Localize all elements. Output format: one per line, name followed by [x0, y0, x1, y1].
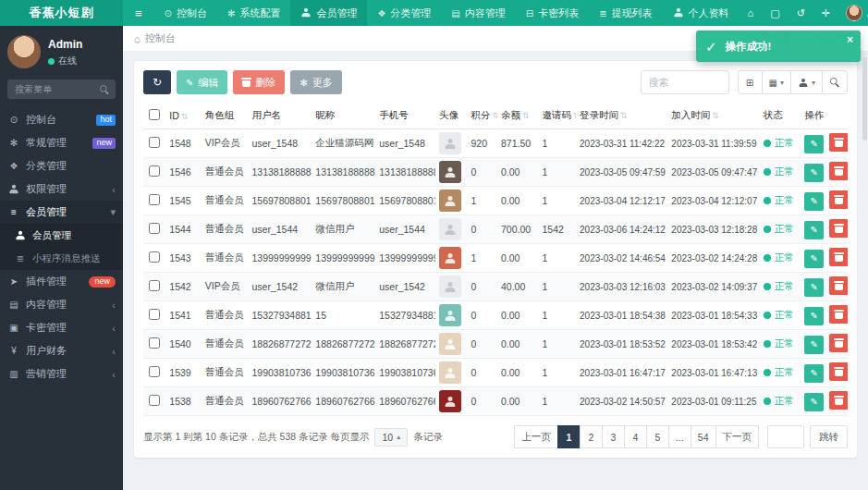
- topnav-item[interactable]: ⊟ 卡密列表: [516, 0, 589, 26]
- topnav-item[interactable]: ▤ 内容管理: [441, 0, 515, 26]
- jump-page-input[interactable]: [767, 425, 804, 448]
- sidebar-item[interactable]: ❖ 分类管理: [0, 154, 123, 178]
- row-delete-button[interactable]: [829, 133, 848, 152]
- column-header[interactable]: 邀请码⇅: [539, 103, 577, 129]
- sidebar-subitem[interactable]: 会员管理: [0, 224, 123, 247]
- topnav-item[interactable]: ≣ 提现列表: [589, 0, 662, 26]
- row-edit-button[interactable]: ✎: [804, 307, 824, 325]
- column-header[interactable]: 登录时间⇅: [576, 103, 667, 129]
- person-icon: [445, 225, 456, 235]
- table-toolbar: ↻ ✎编辑 删除 ✻更多 ⊞ ▦▾ ▾: [143, 70, 848, 94]
- row-delete-button[interactable]: [829, 219, 848, 238]
- cell-role: 普通会员: [202, 158, 249, 187]
- hamburger-icon[interactable]: ≡: [123, 0, 154, 26]
- row-checkbox[interactable]: [149, 251, 160, 263]
- sidebar-avatar[interactable]: [7, 35, 41, 68]
- column-header[interactable]: 加入时间⇅: [667, 103, 759, 129]
- row-checkbox[interactable]: [149, 395, 160, 406]
- row-delete-button[interactable]: [829, 276, 848, 295]
- column-header[interactable]: 余额⇅: [497, 103, 539, 129]
- refresh-icon[interactable]: ↺: [789, 7, 813, 19]
- page-button[interactable]: 4: [624, 425, 647, 448]
- column-header[interactable]: 积分⇅: [468, 103, 497, 129]
- row-checkbox[interactable]: [149, 223, 160, 234]
- scrollbar-thumb[interactable]: [862, 57, 867, 141]
- row-delete-button[interactable]: [829, 305, 848, 324]
- row-checkbox[interactable]: [149, 280, 160, 291]
- row-delete-button[interactable]: [829, 362, 848, 381]
- table-search-input[interactable]: [641, 70, 729, 94]
- sidebar-item[interactable]: ➤ 插件管理 new: [0, 270, 123, 293]
- admin-avatar[interactable]: [846, 5, 862, 21]
- search-button[interactable]: [822, 70, 848, 94]
- page-button[interactable]: 2: [580, 425, 603, 448]
- trash-icon: [835, 338, 843, 348]
- row-edit-button[interactable]: ✎: [804, 278, 824, 297]
- row-edit-button[interactable]: ✎: [804, 250, 824, 268]
- sidebar-item[interactable]: ¥ 用户财务 ‹: [0, 339, 123, 362]
- row-checkbox[interactable]: [149, 309, 160, 320]
- page-button[interactable]: 3: [602, 425, 625, 448]
- row-edit-button[interactable]: ✎: [804, 135, 824, 153]
- page-button[interactable]: 下一页: [715, 425, 760, 448]
- row-edit-button[interactable]: ✎: [804, 221, 824, 239]
- jump-button[interactable]: 跳转: [810, 425, 848, 448]
- row-delete-button[interactable]: [829, 190, 848, 209]
- row-checkbox[interactable]: [149, 366, 160, 377]
- row-checkbox[interactable]: [149, 165, 160, 177]
- export-button[interactable]: ▾: [790, 70, 823, 94]
- page-button[interactable]: 5: [646, 425, 669, 448]
- row-delete-button[interactable]: [829, 334, 848, 352]
- sidebar-item[interactable]: ▣ 卡密管理 ‹: [0, 316, 123, 339]
- page-button[interactable]: 1: [557, 425, 581, 448]
- more-button[interactable]: ✻更多: [290, 70, 341, 94]
- home-icon[interactable]: ⌂: [740, 7, 763, 19]
- sidebar-menu: ⊙ 控制台 hot ✻ 常规管理 new ❖ 分类管理: [0, 108, 123, 386]
- cell-phone: 18826877272: [375, 330, 435, 359]
- row-checkbox[interactable]: [149, 194, 160, 205]
- select-all-checkbox[interactable]: [149, 109, 160, 120]
- columns-button[interactable]: ▦▾: [762, 70, 791, 94]
- edit-button[interactable]: ✎编辑: [177, 70, 227, 94]
- delete-button[interactable]: 删除: [233, 70, 285, 94]
- row-delete-button[interactable]: [829, 391, 848, 410]
- row-checkbox[interactable]: [149, 137, 160, 148]
- sort-icon: ⇅: [573, 111, 576, 120]
- row-checkbox[interactable]: [149, 337, 160, 349]
- close-icon[interactable]: ×: [847, 33, 853, 46]
- status-dot-icon: [764, 140, 771, 147]
- table-row: 1543 普通会员 13999999999 13999999999 139999…: [143, 244, 848, 273]
- row-edit-button[interactable]: ✎: [804, 393, 824, 411]
- topnav-item[interactable]: 会员管理: [290, 0, 367, 26]
- sidebar-item[interactable]: ▤ 内容管理 ‹: [0, 293, 123, 316]
- paging-toggle-button[interactable]: ⊞: [738, 70, 763, 94]
- page-size-dropdown[interactable]: 10 ▴: [374, 428, 408, 447]
- home-icon[interactable]: ⌂: [134, 33, 141, 44]
- sidebar-subitem[interactable]: ≣ 小程序消息推送: [0, 247, 123, 270]
- sidebar-item[interactable]: ✻ 常规管理 new: [0, 131, 123, 154]
- topnav-item[interactable]: ⊙ 控制台: [154, 0, 217, 26]
- sidebar-item[interactable]: 权限管理 ‹: [0, 178, 123, 201]
- page-button[interactable]: ...: [668, 425, 691, 448]
- clear-cache-icon[interactable]: ▢: [762, 7, 788, 19]
- cell-nickname: 18826877272: [312, 330, 375, 359]
- row-edit-button[interactable]: ✎: [804, 164, 824, 182]
- cell-id: 1545: [165, 187, 202, 215]
- topnav-item[interactable]: ❖ 分类管理: [367, 0, 441, 26]
- row-edit-button[interactable]: ✎: [804, 364, 824, 383]
- refresh-button[interactable]: ↻: [143, 70, 171, 94]
- page-button[interactable]: 54: [691, 425, 716, 448]
- sidebar-item[interactable]: ⊙ 控制台 hot: [0, 108, 123, 131]
- page-button[interactable]: 上一页: [514, 425, 558, 448]
- row-delete-button[interactable]: [829, 248, 848, 266]
- topnav-item[interactable]: ✻ 系统配置: [217, 0, 290, 26]
- row-delete-button[interactable]: [829, 162, 848, 180]
- cell-username: 13138188888: [248, 158, 312, 187]
- column-header[interactable]: ID⇅: [165, 103, 202, 129]
- sidebar-item[interactable]: ≡ 会员管理 ▾: [0, 201, 123, 224]
- row-edit-button[interactable]: ✎: [804, 192, 824, 211]
- sidebar-item[interactable]: ▥ 营销管理 ‹: [0, 362, 123, 386]
- row-edit-button[interactable]: ✎: [804, 336, 824, 354]
- topnav-item[interactable]: 个人资料: [663, 0, 740, 26]
- fullscreen-icon[interactable]: ✛: [813, 7, 838, 19]
